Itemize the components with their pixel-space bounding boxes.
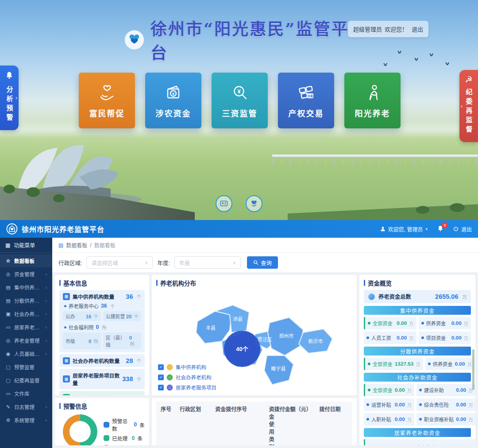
notifications-button[interactable]: 0 xyxy=(437,225,444,233)
svg-text:丰县: 丰县 xyxy=(206,325,216,331)
legend-private[interactable]: ✓ ⌂ 社会办养老机构 xyxy=(158,374,216,381)
stat-chip: 区（县）级 0 所 xyxy=(103,332,141,349)
warning-info-title: 预警信息 xyxy=(63,402,87,410)
analysis-warning-label: 分析预警 xyxy=(5,86,14,123)
alarm-icon xyxy=(104,445,109,445)
sidebar-item-centralized-funds[interactable]: ▤ 集中供养资金 › xyxy=(0,281,52,294)
main-content: ▤ 数据看板 / 数据看板 行政区域: 请选择区域 ∨ 年度: 年度 ∨ xyxy=(52,238,478,448)
svg-text:新沂市: 新沂市 xyxy=(308,338,323,344)
hero-float-icons xyxy=(216,195,262,212)
sidebar-item-warning-supervision[interactable]: ▢ 预警监管 xyxy=(0,360,52,374)
caret-down-icon: ∨ xyxy=(425,227,428,231)
home-care-projects-card: ≣ 居家养老服务项目数量 338 个 xyxy=(59,369,145,389)
checkbox-checked-icon[interactable]: ✓ xyxy=(158,385,164,390)
monitor-icon: ▭ xyxy=(5,324,11,330)
tile-sanzi-jianguan[interactable]: ¥ 三资监管 xyxy=(212,73,268,128)
panels-grid: 基本信息 ≣ 集中供养机构数量 36 个 养老服务中心 36 xyxy=(52,272,478,448)
doc-icon: ≣ xyxy=(63,394,70,396)
search-button[interactable]: 查询 xyxy=(247,256,278,269)
sidebar-item-discipline-supervision[interactable]: ▢ 纪委再监督 xyxy=(0,374,52,387)
tile-yangguang-yanglao[interactable]: 阳光养老 xyxy=(344,73,401,128)
breadcrumb-current: 数据看板 xyxy=(94,241,116,249)
warning-handled-stat: 已处理 0 条 xyxy=(104,434,145,442)
logout-button[interactable]: 退出 xyxy=(453,225,472,233)
svg-text:睢宁县: 睢宁县 xyxy=(271,366,286,371)
sidebar-item-log-management[interactable]: ✎ 日志管理 › xyxy=(0,400,52,413)
tree xyxy=(27,187,40,197)
scrollbar-thumb[interactable] xyxy=(472,349,474,390)
gear-icon: ⚙ xyxy=(5,417,11,423)
sidebar-item-file-library[interactable]: ▭ 文件库 xyxy=(0,387,52,400)
fund-cell: 供养资金 0.00 万 xyxy=(425,358,474,370)
monitor-icon: ▢ xyxy=(5,364,11,370)
analysis-warning-tab[interactable]: 分析预警 › xyxy=(0,66,19,130)
legend-centralized[interactable]: ✓ ⌂ 集中供养机构 xyxy=(158,363,216,371)
svg-text:沛县: 沛县 xyxy=(233,316,243,322)
bridge xyxy=(272,154,478,170)
tree xyxy=(450,203,465,212)
tree xyxy=(53,194,65,202)
svg-text:¥: ¥ xyxy=(172,91,174,96)
section-header-home-care-subsidy: 居家养老补助资金 xyxy=(364,428,471,437)
bell-icon xyxy=(5,71,14,80)
fund-cell: 入职补贴 0.00 万 xyxy=(364,413,414,425)
stat-chip: 公办 16 个 xyxy=(63,311,101,321)
sidebar-item-private-institutions[interactable]: ▣ 社会办养老机构 › xyxy=(0,307,52,321)
sidebar-item-fund-management[interactable]: ◎ 资金管理 › xyxy=(0,267,52,281)
fund-cell: 人员工资 0.00 万 xyxy=(364,332,416,344)
fund-cell: 全部资金 0.00 万 xyxy=(364,384,414,396)
discipline-supervision-tab[interactable]: ☭ 纪委再监督 ‹ xyxy=(459,70,478,142)
funds-total-row: 养老资金总数 2655.06 万 xyxy=(364,290,471,303)
breadcrumb-root[interactable]: 数据看板 xyxy=(66,241,87,249)
bird: v xyxy=(383,62,387,67)
warning-info-panel: 预警信息 预警总数 0 条 xyxy=(55,398,149,445)
basic-info-panel: 基本信息 ≣ 集中供养机构数量 36 个 养老服务中心 36 xyxy=(55,275,149,395)
sidebar-item-decentralized-funds[interactable]: ▤ 分散供养资金 › xyxy=(0,294,52,307)
tile-shenong-zijin[interactable]: ¥ 涉农资金 xyxy=(145,73,201,128)
grid-icon: ▦ xyxy=(5,242,10,248)
hero-title: 徐州市“阳光惠民”监管平台 xyxy=(150,16,363,64)
fund-cell: 综合责任险 0.00 万 xyxy=(416,398,475,411)
heart-hand-icon xyxy=(97,83,117,103)
folder-icon: ▤ xyxy=(5,298,11,304)
checkbox-checked-icon[interactable]: ✓ xyxy=(158,364,164,370)
table-header: 序号 行政区划 资金拨付序号 资金使用类别 拨付金额（元） 拨付日期 xyxy=(156,402,352,445)
sidebar-item-data-board[interactable]: ☆ 数据看板 xyxy=(0,254,52,267)
org-distribution-panel: 养老机构分布 丰县 沛县 贾汪区 邳州市 xyxy=(152,275,357,395)
bird: v xyxy=(445,61,449,66)
legend-home-care[interactable]: ✓ ⌂ 居家养老服务项目 xyxy=(158,384,216,391)
id-card-icon[interactable] xyxy=(216,195,232,212)
sidebar-item-home-care-projects[interactable]: ▭ 居家养老服务项目 › xyxy=(0,321,52,334)
heart-care-icon[interactable] xyxy=(246,195,262,212)
private-institutions-card: ≣ 社会办养老机构数量 28 个 xyxy=(59,354,145,367)
tile-chanquan-jiaoyi[interactable]: 交易 产权交易 xyxy=(278,73,334,128)
org-distribution-title: 养老机构分布 xyxy=(160,278,196,287)
search-icon xyxy=(253,260,258,265)
blocks-trade-icon: 交易 xyxy=(296,83,316,103)
year-select[interactable]: 年度 ∨ xyxy=(174,256,241,269)
party-emblem-icon: ☭ xyxy=(459,75,478,84)
fund-cell: 供养资金 0.00 万 xyxy=(419,317,471,329)
year-label: 年度: xyxy=(157,259,170,267)
hero-section: v v v v v 徐州市“阳光惠民”监管平台 超级管理员 欢迎您！ 退出 分析… xyxy=(0,0,478,220)
document-icon: ▤ xyxy=(58,242,63,248)
warning-unhandled-stat: 未处理 0 条 xyxy=(104,444,145,445)
caret-down-icon: ∨ xyxy=(233,260,236,265)
user-menu[interactable]: 欢迎您, 管理员 ∨ xyxy=(380,225,428,233)
checkbox-checked-icon[interactable]: ✓ xyxy=(158,375,164,380)
hero-user-bar: 超级管理员 欢迎您！ 退出 xyxy=(348,21,428,37)
sidebar-item-system-management[interactable]: ⚙ 系统管理 › xyxy=(0,413,52,427)
sidebar-item-pension-management[interactable]: ◎ 养老金管理 › xyxy=(0,334,52,347)
tile-fumin-bangcu[interactable]: 富民帮促 xyxy=(79,73,135,128)
archive-icon: ▭ xyxy=(5,391,11,397)
monitor-icon: ▢ xyxy=(5,378,11,383)
coin-icon: ◎ xyxy=(5,271,11,277)
region-label: 行政区域: xyxy=(58,259,82,267)
fund-cell: 全部资金 0.00 万 xyxy=(364,317,416,329)
marker-icon: ⌂ xyxy=(166,374,173,381)
fund-cell: 全部资金 0.00 万 xyxy=(364,439,475,445)
hero-logout-button[interactable]: 退出 xyxy=(412,25,423,33)
sidebar-item-personnel-info[interactable]: ◉ 人员基础信息 › xyxy=(0,347,52,360)
tree xyxy=(416,206,429,214)
region-select[interactable]: 请选择区域 ∨ xyxy=(86,256,153,269)
